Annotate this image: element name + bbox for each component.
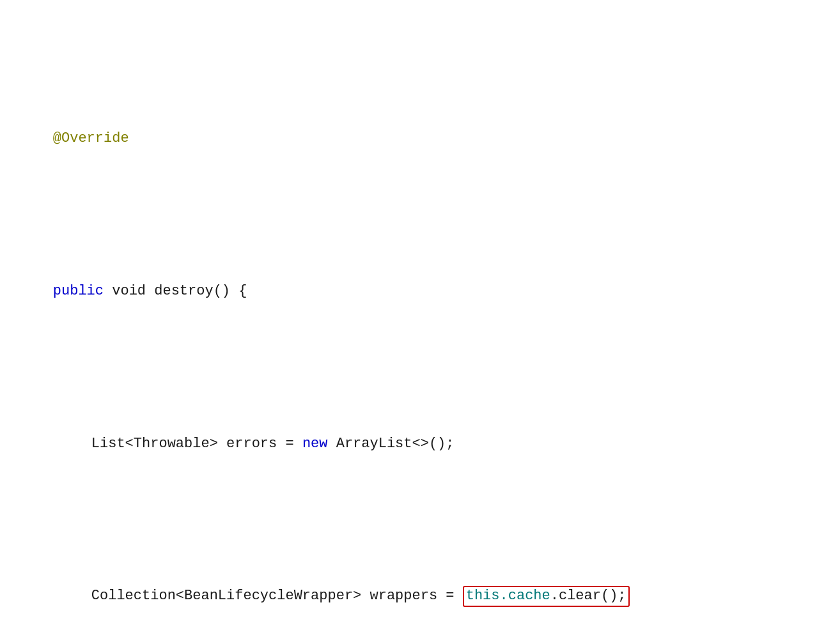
line-annotation: @Override <box>19 106 804 171</box>
kw-public: public <box>53 283 104 299</box>
list-decl: List<Throwable> errors = <box>91 436 302 452</box>
annotation-text: @Override <box>53 130 129 146</box>
kw-new: new <box>302 436 328 452</box>
collection-decl: Collection<BeanLifecycleWrapper> wrapper… <box>91 588 463 604</box>
highlight-cache-clear: this.cache.clear(); <box>463 586 630 607</box>
code-block: @Override public void destroy() { List<T… <box>19 19 804 644</box>
cache-clear: .clear(); <box>550 588 626 604</box>
list-decl2: ArrayList<>(); <box>327 436 454 452</box>
method-sig: void destroy() { <box>104 283 247 299</box>
line-method-sig: public void destroy() { <box>19 259 804 324</box>
line-list-decl: List<Throwable> errors = new ArrayList<>… <box>58 411 804 477</box>
line-collection-decl: Collection<BeanLifecycleWrapper> wrapper… <box>58 564 804 629</box>
this-cache: this.cache <box>466 588 550 604</box>
